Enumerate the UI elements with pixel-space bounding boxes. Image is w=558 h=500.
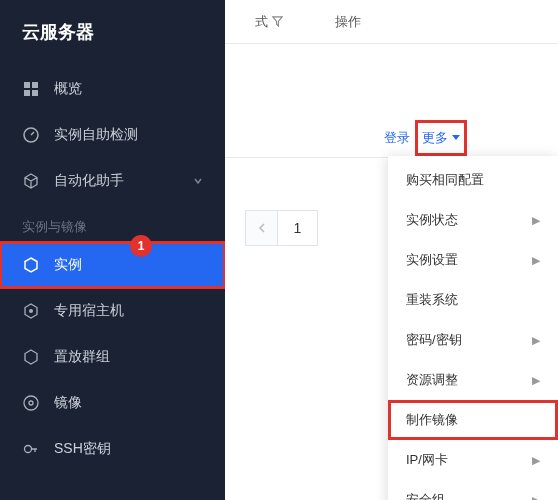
gauge-icon [22, 126, 40, 144]
nav-instances[interactable]: 实例 [0, 242, 225, 288]
filter-icon [272, 16, 283, 27]
sidebar: 云服务器 概览 实例自助检测 自动化助手 实例与镜像 实例 专用宿主机 [0, 0, 225, 500]
dd-resource-adjust[interactable]: 资源调整▶ [388, 360, 558, 400]
chevron-right-icon: ▶ [532, 374, 540, 387]
nav-label: 实例 [54, 256, 203, 274]
disc-icon [22, 394, 40, 412]
nav-label: SSH密钥 [54, 440, 203, 458]
nav-label: 自动化助手 [54, 172, 193, 190]
dd-security-group[interactable]: 安全组▶ [388, 480, 558, 500]
pager-page: 1 [278, 211, 318, 245]
main-panel: 式 操作 登录 更多 1 1 购买相同配置 实例状态▶ 实例设置▶ 重装系统 密… [225, 0, 558, 500]
login-link[interactable]: 登录 [384, 129, 410, 147]
key-icon [22, 440, 40, 458]
grid-icon [22, 80, 40, 98]
nav-overview[interactable]: 概览 [0, 66, 225, 112]
sidebar-title: 云服务器 [0, 20, 225, 66]
table-header: 式 操作 [225, 0, 558, 44]
more-dropdown-button[interactable]: 更多 [418, 123, 464, 153]
nav-dedicated-host[interactable]: 专用宿主机 [0, 288, 225, 334]
nav-automation[interactable]: 自动化助手 [0, 158, 225, 204]
chevron-right-icon: ▶ [532, 494, 540, 501]
pager-prev[interactable] [246, 211, 278, 245]
nav-label: 概览 [54, 80, 203, 98]
hexagon-icon [22, 302, 40, 320]
cube-icon [22, 256, 40, 274]
chevron-down-icon [193, 176, 203, 186]
cube-icon [22, 172, 40, 190]
svg-rect-2 [24, 90, 30, 96]
nav-placement-group[interactable]: 置放群组 [0, 334, 225, 380]
svg-point-5 [29, 309, 33, 313]
svg-rect-3 [32, 90, 38, 96]
row-actions: 登录 更多 [225, 118, 558, 158]
svg-rect-0 [24, 82, 30, 88]
chevron-right-icon: ▶ [532, 334, 540, 347]
svg-point-8 [25, 446, 32, 453]
col-header-filter[interactable]: 式 [255, 13, 335, 31]
chevron-right-icon: ▶ [532, 214, 540, 227]
dd-reinstall[interactable]: 重装系统 [388, 280, 558, 320]
dd-instance-state[interactable]: 实例状态▶ [388, 200, 558, 240]
dd-password-key[interactable]: 密码/密钥▶ [388, 320, 558, 360]
dd-create-image[interactable]: 制作镜像 [388, 400, 558, 440]
pagination: 1 [245, 210, 318, 246]
nav-label: 实例自助检测 [54, 126, 203, 144]
svg-rect-1 [32, 82, 38, 88]
more-dropdown-menu: 购买相同配置 实例状态▶ 实例设置▶ 重装系统 密码/密钥▶ 资源调整▶ 制作镜… [388, 156, 558, 500]
chevron-right-icon: ▶ [532, 254, 540, 267]
dd-instance-settings[interactable]: 实例设置▶ [388, 240, 558, 280]
svg-point-6 [24, 396, 38, 410]
hexagon-icon [22, 348, 40, 366]
chevron-right-icon: ▶ [532, 454, 540, 467]
nav-self-check[interactable]: 实例自助检测 [0, 112, 225, 158]
dd-buy-same[interactable]: 购买相同配置 [388, 160, 558, 200]
nav-ssh-keys[interactable]: SSH密钥 [0, 426, 225, 472]
nav-label: 专用宿主机 [54, 302, 203, 320]
col-header-action: 操作 [335, 13, 361, 31]
dd-ip-nic[interactable]: IP/网卡▶ [388, 440, 558, 480]
nav-label: 镜像 [54, 394, 203, 412]
nav-section-label: 实例与镜像 [0, 204, 225, 242]
nav-label: 置放群组 [54, 348, 203, 366]
nav-images[interactable]: 镜像 [0, 380, 225, 426]
caret-down-icon [452, 135, 460, 140]
svg-point-7 [29, 401, 33, 405]
callout-badge-1: 1 [130, 235, 152, 257]
